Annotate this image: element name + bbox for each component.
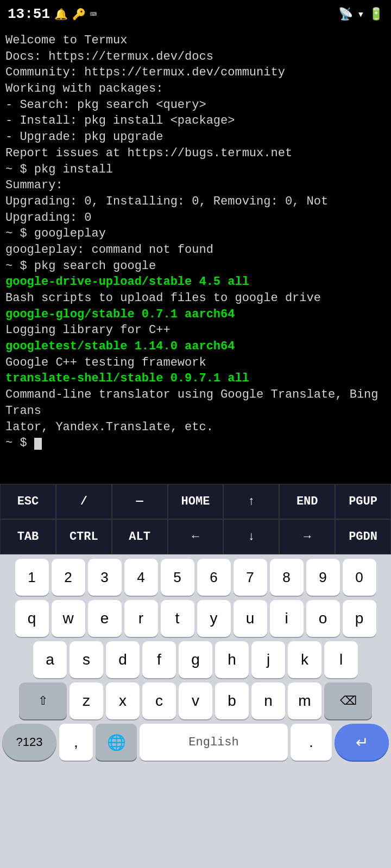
status-right: 📡 ▾ 🔋 <box>338 7 383 22</box>
key-4[interactable]: 4 <box>124 559 158 596</box>
key-3[interactable]: 3 <box>88 559 122 596</box>
key-f[interactable]: f <box>142 641 176 678</box>
extra-key-pgdn[interactable]: PGDN <box>335 519 391 554</box>
key-6[interactable]: 6 <box>197 559 231 596</box>
extra-key-[interactable]: ↑ <box>223 484 279 519</box>
terminal-line: Upgrading: 0, Installing: 0, Removing: 0… <box>5 194 386 226</box>
terminal-line: Docs: https://termux.dev/docs <box>5 49 386 65</box>
key-b[interactable]: b <box>215 682 249 719</box>
cast-icon: 📡 <box>338 7 353 22</box>
key-v[interactable]: v <box>179 682 212 719</box>
extra-key-tab[interactable]: TAB <box>0 519 56 554</box>
key-j[interactable]: j <box>251 641 285 678</box>
terminal-line: - Search: pkg search <query> <box>5 97 386 113</box>
extra-key-esc[interactable]: ESC <box>0 484 56 519</box>
terminal-line: lator, Yandex.Translate, etc. <box>5 419 386 436</box>
key-5[interactable]: 5 <box>161 559 194 596</box>
terminal-line: translate-shell/stable 0.9.7.1 all <box>5 371 386 387</box>
extra-keys-row2: TABCTRLALT←↓→PGDN <box>0 519 391 554</box>
terminal-line: Command-line translator using Google Tra… <box>5 387 386 419</box>
key-o[interactable]: o <box>306 600 340 637</box>
terminal[interactable]: Welcome to TermuxDocs: https://termux.de… <box>0 28 391 484</box>
extra-keys[interactable]: ESC/—HOME↑ENDPGUP TABCTRLALT←↓→PGDN <box>0 484 391 554</box>
extra-keys-row1: ESC/—HOME↑ENDPGUP <box>0 484 391 519</box>
key-r[interactable]: r <box>124 600 158 637</box>
key-a[interactable]: a <box>33 641 67 678</box>
key-7[interactable]: 7 <box>234 559 267 596</box>
key-c[interactable]: c <box>142 682 176 719</box>
space-key[interactable]: English <box>140 724 288 761</box>
extra-key-[interactable]: → <box>279 519 335 554</box>
key-n[interactable]: n <box>251 682 285 719</box>
terminal-icon: ⌨️ <box>90 8 97 21</box>
terminal-line: Working with packages: <box>5 81 386 97</box>
extra-key-end[interactable]: END <box>279 484 335 519</box>
key-q[interactable]: q <box>15 600 49 637</box>
key-l[interactable]: l <box>324 641 358 678</box>
key-e[interactable]: e <box>88 600 122 637</box>
key-g[interactable]: g <box>179 641 212 678</box>
terminal-line: Google C++ testing framework <box>5 355 386 371</box>
backspace-key[interactable]: ⌫ <box>324 682 372 719</box>
terminal-line: Community: https://termux.dev/community <box>5 65 386 81</box>
numbers-key[interactable]: ?123 <box>2 724 56 761</box>
terminal-line: - Install: pkg install <package> <box>5 113 386 129</box>
status-left: 13:51 🔔 🔑 ⌨️ <box>8 6 97 22</box>
status-bar: 13:51 🔔 🔑 ⌨️ 📡 ▾ 🔋 <box>0 0 391 28</box>
extra-key-[interactable]: / <box>56 484 112 519</box>
key-m[interactable]: m <box>288 682 321 719</box>
key-h[interactable]: h <box>215 641 249 678</box>
terminal-line: ~ $ <box>5 435 386 451</box>
keyboard-asdf-row: asdfghjkl <box>2 641 389 678</box>
extra-key-[interactable]: — <box>112 484 168 519</box>
terminal-line: google-drive-upload/stable 4.5 all <box>5 274 386 290</box>
key-2[interactable]: 2 <box>52 559 85 596</box>
terminal-line: ~ $ pkg install <box>5 162 386 178</box>
key-w[interactable]: w <box>52 600 85 637</box>
key-0[interactable]: 0 <box>343 559 376 596</box>
extra-key-[interactable]: ↓ <box>223 519 279 554</box>
battery-icon: 🔋 <box>369 7 383 22</box>
terminal-line: ~ $ pkg search google <box>5 258 386 275</box>
extra-key-[interactable]: ← <box>168 519 224 554</box>
enter-key[interactable]: ↵ <box>335 724 389 761</box>
key-z[interactable]: z <box>70 682 103 719</box>
terminal-line: Summary: <box>5 177 386 194</box>
period-key[interactable]: . <box>291 724 332 761</box>
key-y[interactable]: y <box>197 600 231 637</box>
terminal-line: Logging library for C++ <box>5 322 386 339</box>
terminal-line: Report issues at https://bugs.termux.net <box>5 145 386 162</box>
terminal-line: ~ $ googleplay <box>5 226 386 242</box>
key-s[interactable]: s <box>70 641 103 678</box>
extra-key-pgup[interactable]: PGUP <box>335 484 391 519</box>
key-9[interactable]: 9 <box>306 559 340 596</box>
key-8[interactable]: 8 <box>270 559 304 596</box>
keyboard[interactable]: 1234567890 qwertyuiop asdfghjkl ⇧zxcvbnm… <box>0 554 391 868</box>
terminal-line: google-glog/stable 0.7.1 aarch64 <box>5 307 386 323</box>
terminal-cursor <box>34 438 42 450</box>
extra-key-home[interactable]: HOME <box>168 484 224 519</box>
keyboard-zxcv-row: ⇧zxcvbnm⌫ <box>2 682 389 719</box>
shift-key[interactable]: ⇧ <box>19 682 67 719</box>
status-time: 13:51 <box>8 6 50 22</box>
key-x[interactable]: x <box>106 682 140 719</box>
notification-icon2: 🔑 <box>72 8 86 21</box>
key-1[interactable]: 1 <box>15 559 49 596</box>
key-p[interactable]: p <box>343 600 376 637</box>
key-d[interactable]: d <box>106 641 140 678</box>
globe-key[interactable]: 🌐 <box>96 724 137 761</box>
extra-key-ctrl[interactable]: CTRL <box>56 519 112 554</box>
keyboard-qwerty-row: qwertyuiop <box>2 600 389 637</box>
notification-icon1: 🔔 <box>54 8 68 21</box>
terminal-line: - Upgrade: pkg upgrade <box>5 129 386 145</box>
keyboard-number-row: 1234567890 <box>2 559 389 596</box>
key-k[interactable]: k <box>288 641 321 678</box>
key-i[interactable]: i <box>270 600 304 637</box>
comma-key[interactable]: , <box>59 724 93 761</box>
terminal-line: googleplay: command not found <box>5 242 386 258</box>
terminal-line: googletest/stable 1.14.0 aarch64 <box>5 339 386 355</box>
extra-key-alt[interactable]: ALT <box>112 519 168 554</box>
wifi-icon: ▾ <box>357 7 364 22</box>
key-t[interactable]: t <box>161 600 194 637</box>
key-u[interactable]: u <box>234 600 267 637</box>
